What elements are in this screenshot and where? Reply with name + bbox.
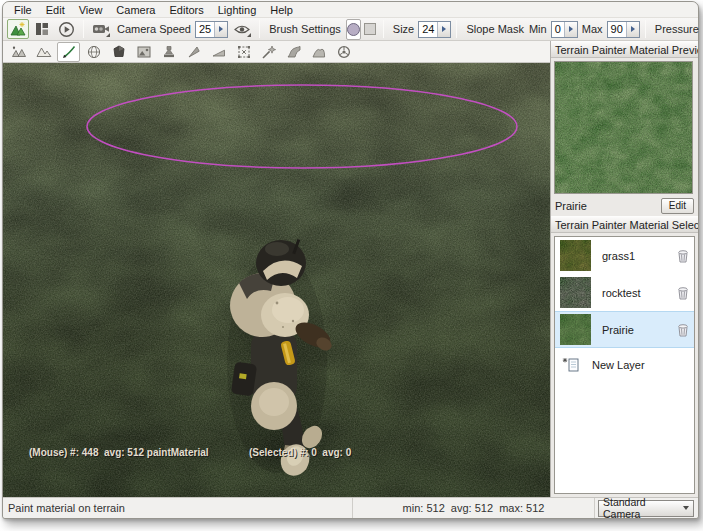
magic-wand-icon bbox=[261, 44, 277, 60]
erosion-tool-button[interactable] bbox=[282, 42, 305, 62]
trash-icon bbox=[677, 249, 689, 263]
dune-smooth-tool-button[interactable] bbox=[307, 42, 330, 62]
camera-mode-cell: Standard Camera bbox=[594, 498, 698, 518]
material-row-grass1[interactable]: grass1 bbox=[555, 237, 694, 274]
rocktest-thumbnail bbox=[560, 277, 591, 308]
dropdown-corner-icon bbox=[106, 33, 110, 37]
airbrush-tool-button[interactable] bbox=[182, 42, 205, 62]
dart-icon bbox=[186, 44, 202, 60]
new-layer-icon bbox=[562, 357, 580, 373]
layout-tiles-button[interactable] bbox=[31, 19, 53, 39]
layout-tiles-icon bbox=[35, 22, 49, 36]
material-row-rocktest[interactable]: rocktest bbox=[555, 274, 694, 311]
wedge-icon bbox=[211, 44, 227, 60]
delete-material-button[interactable] bbox=[677, 249, 689, 263]
grass1-thumbnail bbox=[560, 240, 591, 271]
prairie-thumbnail bbox=[560, 314, 591, 345]
image-icon bbox=[136, 44, 152, 60]
toolbar-separator bbox=[83, 20, 84, 38]
status-bar: Paint material on terrain min: 512 avg: … bbox=[3, 497, 698, 518]
camera-speed-value[interactable]: 25 bbox=[196, 22, 214, 37]
menu-editors[interactable]: Editors bbox=[162, 4, 210, 16]
square-brush-icon bbox=[364, 23, 376, 35]
terrain-wheel-tool-button[interactable] bbox=[332, 42, 355, 62]
flatten-tool-button[interactable] bbox=[207, 42, 230, 62]
menu-camera[interactable]: Camera bbox=[109, 4, 162, 16]
chevron-down-icon bbox=[683, 506, 689, 510]
terrain-select-icon bbox=[11, 44, 27, 60]
terrain-smooth-tool-button[interactable] bbox=[82, 42, 105, 62]
camera-menu-button[interactable] bbox=[90, 19, 112, 39]
material-selector-header: Terrain Painter Material Selector bbox=[551, 216, 698, 233]
delete-material-button[interactable] bbox=[677, 323, 689, 337]
menu-lighting[interactable]: Lighting bbox=[211, 4, 264, 16]
terrain-scene bbox=[3, 63, 550, 497]
camera-speed-spin-button[interactable] bbox=[214, 22, 227, 37]
wheel-icon bbox=[336, 44, 352, 60]
slope-max-spin-button[interactable] bbox=[626, 22, 639, 37]
terrain-set-height-tool-button[interactable] bbox=[107, 42, 130, 62]
solid-shield-icon bbox=[111, 44, 127, 60]
dropdown-corner-icon bbox=[247, 33, 251, 37]
delete-material-button[interactable] bbox=[677, 286, 689, 300]
paint-material-tool-button[interactable] bbox=[57, 42, 80, 62]
paint-noise-tool-button[interactable] bbox=[132, 42, 155, 62]
camera-speed-label: Camera Speed bbox=[117, 23, 191, 35]
slope-max-label: Max bbox=[582, 23, 603, 35]
edit-material-button[interactable]: Edit bbox=[661, 198, 694, 214]
trash-icon bbox=[677, 286, 689, 300]
material-name-row: Prairie Edit bbox=[551, 195, 698, 216]
camera-mode-value: Standard Camera bbox=[603, 496, 683, 520]
river-icon bbox=[286, 44, 302, 60]
slope-max-stepper[interactable]: 90 bbox=[607, 21, 640, 38]
new-layer-button[interactable]: New Layer bbox=[555, 348, 694, 382]
selected-terrain-stats: (Selected) #: 0 avg: 0 bbox=[249, 447, 351, 458]
slope-min-value[interactable]: 0 bbox=[552, 22, 564, 37]
world-editor-button[interactable] bbox=[7, 19, 29, 39]
size-spin-button[interactable] bbox=[437, 22, 450, 37]
menu-help[interactable]: Help bbox=[263, 4, 300, 16]
scene-viewport[interactable]: (Mouse) #: 448 avg: 512 paintMaterial (S… bbox=[3, 63, 550, 497]
terrain-tools-toolbar bbox=[3, 41, 550, 63]
terrain-painter-panel: Terrain Painter Material Preview Prairie… bbox=[550, 41, 698, 497]
material-label: grass1 bbox=[602, 250, 677, 262]
clear-area-tool-button[interactable] bbox=[232, 42, 255, 62]
material-label: rocktest bbox=[602, 287, 677, 299]
size-stepper[interactable]: 24 bbox=[418, 21, 451, 38]
new-layer-label: New Layer bbox=[592, 359, 645, 371]
status-message: Paint material on terrain bbox=[3, 502, 352, 514]
play-button[interactable] bbox=[55, 19, 77, 39]
terrain-raise-icon bbox=[36, 44, 52, 60]
menu-file[interactable]: File bbox=[7, 4, 39, 16]
material-row-prairie[interactable]: Prairie bbox=[555, 311, 694, 348]
camera-speed-stepper[interactable]: 25 bbox=[195, 21, 228, 38]
terrain-select-tool-button[interactable] bbox=[7, 42, 30, 62]
brush-shape-square-button[interactable] bbox=[363, 19, 377, 40]
toolbar-separator bbox=[456, 20, 457, 38]
material-preview-wrap bbox=[551, 58, 698, 195]
camera-mode-select[interactable]: Standard Camera bbox=[598, 500, 694, 517]
visibility-button[interactable] bbox=[231, 19, 253, 39]
menu-bar: File Edit View Camera Editors Lighting H… bbox=[3, 2, 698, 17]
magic-brush-tool-button[interactable] bbox=[257, 42, 280, 62]
material-label: Prairie bbox=[602, 324, 677, 336]
mouse-terrain-stats: (Mouse) #: 448 avg: 512 paintMaterial bbox=[29, 447, 209, 458]
terrain-raise-tool-button[interactable] bbox=[32, 42, 55, 62]
slope-min-stepper[interactable]: 0 bbox=[551, 21, 578, 38]
dune-icon bbox=[311, 44, 327, 60]
toolbar-separator bbox=[259, 20, 260, 38]
pressure-label: Pressure bbox=[655, 23, 699, 35]
world-editor-icon bbox=[9, 21, 27, 37]
stamp-icon bbox=[161, 44, 177, 60]
size-value[interactable]: 24 bbox=[419, 22, 437, 37]
brush-shape-circle-button[interactable] bbox=[346, 19, 361, 40]
menu-edit[interactable]: Edit bbox=[39, 4, 72, 16]
slope-min-label: Min bbox=[529, 23, 547, 35]
material-list: grass1 bbox=[554, 236, 695, 494]
slope-max-value[interactable]: 90 bbox=[608, 22, 626, 37]
stamp-tool-button[interactable] bbox=[157, 42, 180, 62]
trash-icon bbox=[677, 323, 689, 337]
marquee-x-icon bbox=[236, 44, 252, 60]
slope-min-spin-button[interactable] bbox=[564, 22, 577, 37]
menu-view[interactable]: View bbox=[72, 4, 110, 16]
